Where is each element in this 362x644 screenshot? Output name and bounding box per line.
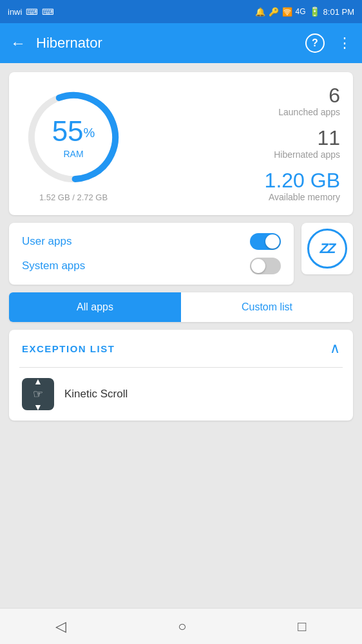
recent-nav-button[interactable]: □: [278, 612, 325, 641]
alarm-icon: 🔔: [255, 7, 265, 17]
ram-circle: 55% RAM: [22, 86, 125, 189]
available-memory-value: 1.20 GB: [265, 170, 340, 191]
stats-right: 6 Launched apps 11 Hibernated apps 1.20 …: [138, 85, 340, 202]
percent-value: 55%: [52, 115, 95, 147]
sleep-button[interactable]: ZZ: [301, 223, 353, 274]
usb-icon: ⌨: [26, 7, 38, 17]
hibernated-apps-stat: 11 Hibernated apps: [274, 128, 340, 160]
main-content: 55% RAM 1.52 GB / 2.72 GB 6 Launched app…: [0, 63, 362, 608]
app-title: Hibernator: [36, 35, 305, 52]
available-memory-stat: 1.20 GB Available memory: [265, 170, 340, 202]
wifi-icon: 🛜: [282, 7, 292, 17]
user-apps-toggle-item: User apps: [22, 233, 281, 250]
key-icon: 🔑: [269, 7, 279, 17]
more-button[interactable]: ⋮: [338, 35, 352, 52]
available-memory-label: Available memory: [265, 192, 340, 202]
exception-title: Exception List: [22, 343, 115, 354]
app-bar-actions: ? ⋮: [305, 33, 352, 53]
signal-label: 4G: [296, 7, 306, 16]
toggle-card: User apps System apps: [9, 223, 294, 285]
carrier-label: inwi: [8, 7, 22, 17]
tab-bar: All apps Custom list: [9, 292, 353, 322]
help-button[interactable]: ?: [305, 33, 325, 53]
ram-label: RAM: [52, 149, 95, 159]
user-apps-toggle[interactable]: [250, 233, 281, 250]
system-apps-toggle-item: System apps: [22, 258, 281, 274]
time-label: 8:01 PM: [323, 7, 354, 17]
launched-apps-stat: 6 Launched apps: [278, 85, 340, 117]
app-bar: ← Hibernator ? ⋮: [0, 23, 362, 63]
exception-header: Exception List ∧: [9, 330, 353, 367]
launched-count: 6: [278, 85, 340, 106]
launched-label: Launched apps: [278, 107, 340, 117]
stats-card: 55% RAM 1.52 GB / 2.72 GB 6 Launched app…: [9, 72, 353, 215]
all-apps-tab[interactable]: All apps: [9, 292, 181, 322]
kinetic-scroll-label: Kinetic Scroll: [64, 388, 128, 401]
hibernated-label: Hibernated apps: [274, 149, 340, 160]
back-button[interactable]: ←: [10, 34, 26, 52]
kinetic-scroll-icon: ▲ ☞ ▼: [22, 378, 54, 410]
status-left: inwi ⌨ ⌨: [8, 7, 54, 17]
status-bar: inwi ⌨ ⌨ 🔔 🔑 🛜 4G 🔋 8:01 PM: [0, 0, 362, 23]
custom-list-tab[interactable]: Custom list: [181, 292, 353, 322]
kinetic-scroll-item: ▲ ☞ ▼ Kinetic Scroll: [9, 368, 353, 421]
hibernated-count: 11: [274, 128, 340, 148]
back-nav-button[interactable]: ◁: [36, 612, 86, 641]
status-right: 🔔 🔑 🛜 4G 🔋 8:01 PM: [255, 6, 354, 17]
circle-center: 55% RAM: [52, 115, 95, 159]
exception-card: Exception List ∧ ▲ ☞ ▼ Kinetic Scroll: [9, 330, 353, 421]
sleep-icon: ZZ: [307, 229, 347, 269]
bottom-nav: ◁ ○ □: [0, 608, 362, 644]
system-apps-toggle[interactable]: [250, 258, 281, 274]
home-nav-button[interactable]: ○: [158, 612, 205, 641]
battery-icon: 🔋: [309, 6, 320, 17]
user-apps-label: User apps: [22, 235, 71, 248]
exception-chevron-icon[interactable]: ∧: [330, 340, 340, 357]
toggle-row: User apps System apps ZZ: [9, 223, 353, 285]
system-apps-label: System apps: [22, 260, 85, 272]
usb-icon-2: ⌨: [42, 7, 54, 17]
